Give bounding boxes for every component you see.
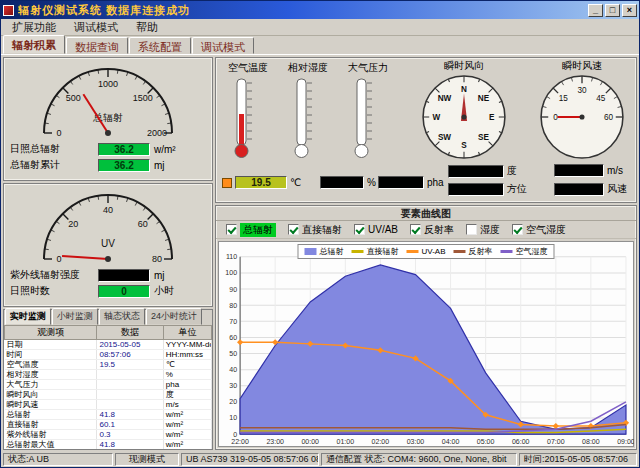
svg-text:30: 30 bbox=[229, 382, 237, 389]
svg-text:04:00: 04:00 bbox=[442, 438, 460, 445]
svg-text:02:00: 02:00 bbox=[372, 438, 390, 445]
table-row[interactable]: 紫外线辐射0.3w/m² bbox=[5, 430, 212, 440]
tab-2[interactable]: 数据查询 bbox=[66, 37, 128, 54]
table-cell: w/m² bbox=[163, 420, 211, 430]
svg-text:E: E bbox=[489, 113, 495, 122]
series-toggle-5[interactable]: 湿度 bbox=[466, 223, 500, 237]
legend-label: 直接辐射 bbox=[366, 246, 398, 257]
sunshine-hours-unit: 小时 bbox=[154, 284, 174, 298]
svg-text:90: 90 bbox=[229, 286, 237, 293]
svg-text:15: 15 bbox=[559, 94, 569, 103]
measurement-table: 观测项数据单位 日期2015-05-05YYYY-MM-dd时间08:57:06… bbox=[4, 325, 212, 449]
data-subtab-3[interactable]: 轴态状态 bbox=[99, 308, 145, 325]
table-column-header: 数据 bbox=[97, 326, 163, 340]
wind-speed-alt-display bbox=[554, 183, 604, 196]
svg-text:06:00: 06:00 bbox=[512, 438, 530, 445]
status-segment-2: 现测模式 bbox=[115, 453, 179, 466]
table-row[interactable]: 时间08:57:06HH:mm:ss bbox=[5, 350, 212, 360]
minimize-button[interactable]: _ bbox=[588, 4, 603, 17]
total-radiation-accum-label: 总辐射累计 bbox=[10, 158, 94, 172]
wind-direction-compass-readout: 方位 bbox=[448, 182, 527, 196]
table-header-row: 观测项数据单位 bbox=[5, 326, 212, 340]
table-cell: 0.3 bbox=[97, 430, 163, 440]
wind-speed-dial: 015304560 bbox=[537, 72, 627, 162]
uv-intensity-label: 紫外线辐射强度 bbox=[10, 268, 94, 282]
wind-speed-ms-unit: m/s bbox=[607, 165, 623, 176]
menu-item-2[interactable]: 调试模式 bbox=[65, 19, 127, 36]
table-row[interactable]: 日期2015-05-05YYYY-MM-dd bbox=[5, 340, 212, 350]
temperature-swatch-icon bbox=[222, 178, 232, 188]
chart-title: 要素曲线图 bbox=[216, 206, 636, 221]
window-title: 辐射仪测试系统 数据库连接成功 bbox=[18, 3, 584, 18]
svg-text:70: 70 bbox=[229, 318, 237, 325]
close-button[interactable]: × bbox=[622, 4, 637, 17]
svg-text:NE: NE bbox=[478, 94, 490, 103]
table-cell: 瞬时风速 bbox=[5, 400, 97, 410]
svg-text:60: 60 bbox=[138, 219, 148, 229]
measurement-table-wrap: 观测项数据单位 日期2015-05-05YYYY-MM-dd时间08:57:06… bbox=[4, 325, 212, 449]
wind-speed-ms-readout: m/s bbox=[554, 164, 623, 177]
checkbox-icon[interactable] bbox=[512, 224, 523, 235]
table-cell: w/m² bbox=[163, 430, 211, 440]
checkbox-icon[interactable] bbox=[226, 224, 237, 235]
table-row[interactable]: 总辐射最大值41.8w/m² bbox=[5, 440, 212, 450]
tab-1[interactable]: 辐射积累 bbox=[3, 35, 65, 54]
svg-text:0: 0 bbox=[553, 113, 558, 122]
menu-item-3[interactable]: 帮助 bbox=[127, 19, 167, 36]
checkbox-icon[interactable] bbox=[410, 224, 421, 235]
table-row[interactable]: 直接辐射60.1w/m² bbox=[5, 420, 212, 430]
svg-text:08:00: 08:00 bbox=[582, 438, 600, 445]
series-toggle-2[interactable]: 直接辐射 bbox=[288, 223, 342, 237]
total-radiation-accum-row: 总辐射累计 36.2 mj bbox=[6, 157, 210, 173]
series-toggle-3[interactable]: UV/AB bbox=[354, 224, 398, 235]
table-row[interactable]: 瞬时风速m/s bbox=[5, 400, 212, 410]
svg-text:1000: 1000 bbox=[98, 79, 118, 89]
total-radiation-accum-unit: mj bbox=[154, 160, 165, 171]
maximize-button[interactable]: □ bbox=[605, 4, 620, 17]
checkbox-icon[interactable] bbox=[466, 224, 477, 235]
uv-intensity-display bbox=[98, 269, 150, 282]
svg-text:40: 40 bbox=[229, 366, 237, 373]
table-row[interactable]: 大气压力pha bbox=[5, 380, 212, 390]
wind-speed-label: 瞬时风速 bbox=[530, 59, 634, 72]
table-cell: 总辐射最大值 bbox=[5, 440, 97, 450]
table-cell: YYYY-MM-dd bbox=[163, 340, 211, 350]
pressure-unit: pha bbox=[427, 177, 444, 188]
checkbox-label: 直接辐射 bbox=[302, 223, 342, 237]
svg-text:100: 100 bbox=[225, 269, 237, 276]
curve-chart-panel: 要素曲线图 总辐射直接辐射UV/AB反射率湿度空气湿度 010203040506… bbox=[215, 205, 637, 450]
checkbox-icon[interactable] bbox=[354, 224, 365, 235]
table-row[interactable]: 空气温度19.5℃ bbox=[5, 360, 212, 370]
svg-text:45: 45 bbox=[596, 94, 606, 103]
series-toggle-4[interactable]: 反射率 bbox=[410, 223, 454, 237]
data-subtab-1[interactable]: 实时监测 bbox=[5, 308, 51, 325]
table-row[interactable]: 瞬时风向度 bbox=[5, 390, 212, 400]
table-cell: 41.8 bbox=[97, 410, 163, 420]
app-icon bbox=[3, 5, 14, 16]
checkbox-label: 总辐射 bbox=[240, 223, 276, 237]
legend-swatch-icon bbox=[351, 250, 363, 253]
table-row[interactable]: 相对湿度% bbox=[5, 370, 212, 380]
table-cell: 时间 bbox=[5, 350, 97, 360]
table-row[interactable]: 总辐射41.8w/m² bbox=[5, 410, 212, 420]
statusbar: 状态:A UB现测模式UB AS739 319-05-05 08:57:06 0… bbox=[1, 452, 639, 467]
series-toggle-1[interactable]: 总辐射 bbox=[226, 223, 276, 237]
data-subtab-2[interactable]: 小时监测 bbox=[52, 308, 98, 325]
svg-text:0: 0 bbox=[56, 128, 61, 138]
data-subtab-4[interactable]: 24小时统计 bbox=[146, 308, 202, 325]
status-segment-5: 时间:2015-05-05 08:57:06 bbox=[519, 453, 637, 466]
svg-text:09:00: 09:00 bbox=[617, 438, 634, 445]
menu-item-1[interactable]: 扩展功能 bbox=[3, 19, 65, 36]
table-cell: 相对湿度 bbox=[5, 370, 97, 380]
svg-text:NW: NW bbox=[438, 94, 452, 103]
tab-3[interactable]: 系统配置 bbox=[129, 37, 191, 54]
elements-curve-chart: 010203040506070809010011022:0023:0000:00… bbox=[218, 241, 634, 447]
table-cell: 2015-05-05 bbox=[97, 340, 163, 350]
legend-item: UV-AB bbox=[406, 247, 445, 256]
pressure-tube bbox=[350, 75, 376, 161]
tab-4[interactable]: 调试模式 bbox=[192, 37, 254, 54]
table-cell: % bbox=[163, 370, 211, 380]
series-toggle-6[interactable]: 空气湿度 bbox=[512, 223, 566, 237]
checkbox-icon[interactable] bbox=[288, 224, 299, 235]
total-radiation-accum-display: 36.2 bbox=[98, 159, 150, 172]
